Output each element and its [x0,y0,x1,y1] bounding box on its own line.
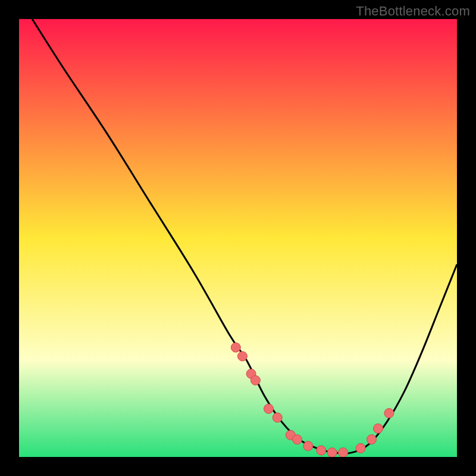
highlight-dot [339,448,348,457]
plot-area [19,19,457,457]
highlight-dot [317,446,326,455]
highlight-dot [273,413,282,422]
highlight-dot [264,404,274,414]
highlight-dot [231,343,240,352]
highlight-dot [292,435,302,444]
bottleneck-chart [19,19,457,457]
highlight-dot [237,352,247,361]
highlight-dot [384,408,394,418]
gradient-background [19,19,457,457]
watermark-label: TheBottleneck.com [356,4,470,19]
chart-frame: TheBottleneck.com [0,0,476,476]
highlight-dot [303,441,313,451]
highlight-dot [356,443,365,453]
highlight-dot [250,375,260,385]
highlight-dot [374,424,383,433]
highlight-dot [327,448,337,457]
highlight-dot [367,435,377,444]
